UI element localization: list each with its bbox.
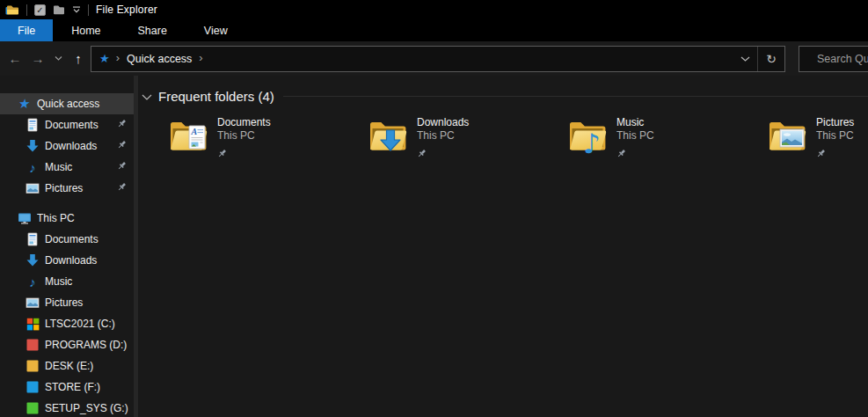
sidebar-group-gap — [0, 199, 134, 208]
quick-access-star-icon: ★ — [18, 97, 32, 111]
folder-tile-downloads[interactable]: Downloads This PC — [367, 114, 566, 162]
quick-access-star-icon: ★ — [98, 52, 110, 65]
qat-customize-dropdown[interactable] — [72, 2, 81, 18]
address-dropdown-button[interactable] — [733, 47, 757, 71]
sidebar-item-drive-g[interactable]: SETUP_SYS (G:) — [0, 398, 134, 417]
qat-new-folder-button[interactable] — [53, 2, 65, 18]
pin-icon — [417, 146, 469, 162]
refresh-button[interactable]: ↻ — [758, 52, 784, 66]
file-explorer-logo-icon — [5, 2, 19, 18]
tab-share[interactable]: Share — [120, 19, 186, 41]
titlebar-separator — [26, 4, 27, 16]
sidebar-item-quick-access[interactable]: ★ Quick access — [0, 93, 134, 114]
sidebar-item-label: SETUP_SYS (G:) — [45, 402, 128, 414]
window-title: File Explorer — [96, 4, 157, 16]
yellow-drive-icon — [26, 359, 40, 373]
document-icon — [26, 118, 40, 132]
pin-icon — [117, 119, 127, 131]
music-folder-icon: ♪ — [566, 114, 609, 157]
pin-icon — [217, 146, 271, 162]
sidebar-item-music[interactable]: ♪ Music — [0, 157, 134, 178]
sidebar-item-label: STORE (F:) — [45, 381, 100, 393]
sidebar-item-drive-d[interactable]: PROGRAMS (D:) — [0, 334, 134, 355]
folder-name: Documents — [217, 116, 271, 129]
picture-icon — [26, 296, 40, 310]
document-icon — [26, 232, 40, 246]
folder-location: This PC — [217, 129, 271, 143]
sidebar-item-label: Downloads — [45, 140, 97, 152]
tab-view[interactable]: View — [186, 19, 246, 41]
folder-tile-info: Pictures This PC — [816, 114, 854, 162]
sidebar-item-label: Pictures — [45, 182, 83, 194]
sidebar-item-label: This PC — [37, 212, 75, 224]
content-area: ★ Quick access Documents — [0, 76, 868, 417]
search-box[interactable] — [799, 46, 868, 72]
sidebar-item-downloads[interactable]: Downloads — [0, 135, 134, 157]
folder-location: This PC — [417, 129, 469, 143]
sidebar-item-this-pc[interactable]: This PC — [0, 208, 134, 229]
folder-name: Downloads — [417, 116, 469, 129]
sidebar-item-label: Pictures — [45, 296, 83, 309]
chevron-down-icon — [740, 56, 750, 62]
qat-properties-button[interactable]: ✓ — [34, 2, 46, 18]
folder-tile-info: Downloads This PC — [417, 114, 469, 162]
sidebar-item-label: LTSC2021 (C:) — [45, 318, 115, 330]
sidebar-item-label: Music — [45, 275, 72, 288]
titlebar-separator — [88, 4, 89, 16]
sidebar-item-label: PROGRAMS (D:) — [45, 339, 127, 351]
sidebar-item-drive-f[interactable]: STORE (F:) — [0, 377, 134, 398]
sidebar-item-label: Music — [45, 161, 72, 173]
tab-file[interactable]: File — [0, 19, 53, 41]
up-button[interactable]: ↑ — [67, 51, 90, 66]
frequent-folders-list: A Documents — [167, 114, 868, 162]
tab-home[interactable]: Home — [53, 19, 119, 41]
sidebar-item-label: Downloads — [45, 254, 97, 267]
sidebar-item-downloads-pc[interactable]: Downloads — [0, 250, 134, 271]
group-header-label: Frequent folders (4) — [158, 89, 274, 104]
address-bar[interactable]: ★ › Quick access › ↻ — [91, 46, 785, 72]
sidebar-item-pictures[interactable]: Pictures — [0, 178, 134, 199]
chevron-down-icon — [142, 94, 152, 100]
folder-location: This PC — [616, 129, 654, 143]
folder-name: Pictures — [816, 116, 854, 129]
folder-tile-music[interactable]: ♪ Music This PC — [566, 114, 766, 162]
collapse-group-chevron[interactable] — [142, 88, 152, 104]
sidebar-item-pictures-pc[interactable]: Pictures — [0, 292, 134, 313]
pin-icon — [117, 140, 127, 152]
chevron-down-icon — [55, 56, 62, 61]
pin-icon — [816, 146, 854, 162]
breadcrumb-chevron-icon[interactable]: › — [199, 51, 202, 64]
folder-tile-info: Documents This PC — [217, 114, 271, 162]
breadcrumb-quick-access[interactable]: Quick access — [127, 53, 192, 65]
sidebar-item-label: DESK (E:) — [45, 360, 93, 372]
ribbon-tabs: File Home Share View — [0, 19, 868, 41]
pin-icon — [616, 146, 654, 162]
sidebar-item-label: Documents — [45, 119, 98, 131]
pin-icon — [117, 182, 127, 194]
downloads-folder-icon — [367, 114, 409, 157]
breadcrumb-chevron-icon[interactable]: › — [116, 51, 120, 64]
sidebar-item-documents[interactable]: Documents — [0, 114, 134, 135]
sidebar-item-drive-c[interactable]: LTSC2021 (C:) — [0, 313, 134, 334]
files-pane: Frequent folders (4) — [138, 76, 868, 417]
pin-icon — [117, 161, 127, 173]
recent-locations-dropdown[interactable] — [49, 56, 67, 61]
folder-location: This PC — [816, 129, 854, 143]
search-input[interactable] — [817, 53, 868, 65]
music-note-glyph: ♪ — [583, 128, 601, 157]
folder-tile-info: Music This PC — [616, 114, 654, 162]
titlebar: ✓ File Explorer — [0, 0, 868, 19]
sidebar-item-label: Documents — [45, 233, 98, 245]
back-button[interactable]: ← — [4, 51, 26, 66]
chevron-down-icon — [72, 6, 81, 14]
forward-button[interactable]: → — [26, 51, 49, 66]
sidebar-item-drive-e[interactable]: DESK (E:) — [0, 355, 134, 377]
download-arrow-icon — [26, 139, 40, 153]
group-header-divider — [283, 96, 868, 97]
sidebar-item-music-pc[interactable]: ♪ Music — [0, 271, 134, 292]
picture-icon — [26, 181, 40, 195]
folder-tile-pictures[interactable]: Pictures This PC — [766, 114, 868, 162]
sidebar-item-documents-pc[interactable]: Documents — [0, 229, 134, 250]
folder-tile-documents[interactable]: A Documents — [167, 114, 367, 162]
check-icon: ✓ — [34, 4, 46, 16]
